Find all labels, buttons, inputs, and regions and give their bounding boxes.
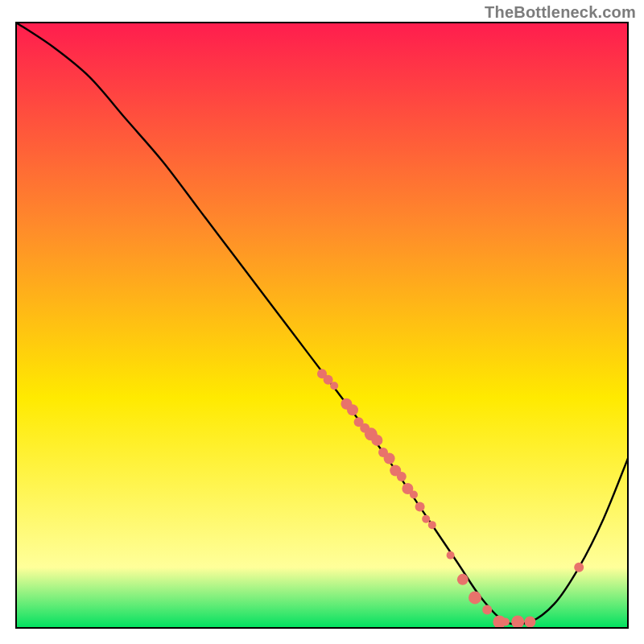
data-point — [397, 472, 407, 481]
data-point — [410, 491, 418, 499]
data-point — [511, 615, 524, 628]
data-point — [415, 502, 425, 512]
data-point — [502, 617, 510, 625]
data-point — [384, 452, 395, 464]
data-point — [447, 551, 455, 559]
gradient-background — [16, 23, 628, 628]
data-point — [428, 521, 436, 529]
bottleneck-chart — [0, 0, 644, 644]
data-point — [524, 616, 535, 627]
data-point — [422, 515, 430, 523]
data-point — [574, 563, 584, 572]
data-point — [469, 591, 481, 604]
data-point — [347, 404, 358, 415]
data-point — [371, 435, 382, 446]
data-point — [482, 605, 492, 614]
data-point — [457, 574, 469, 585]
data-point — [330, 382, 338, 390]
